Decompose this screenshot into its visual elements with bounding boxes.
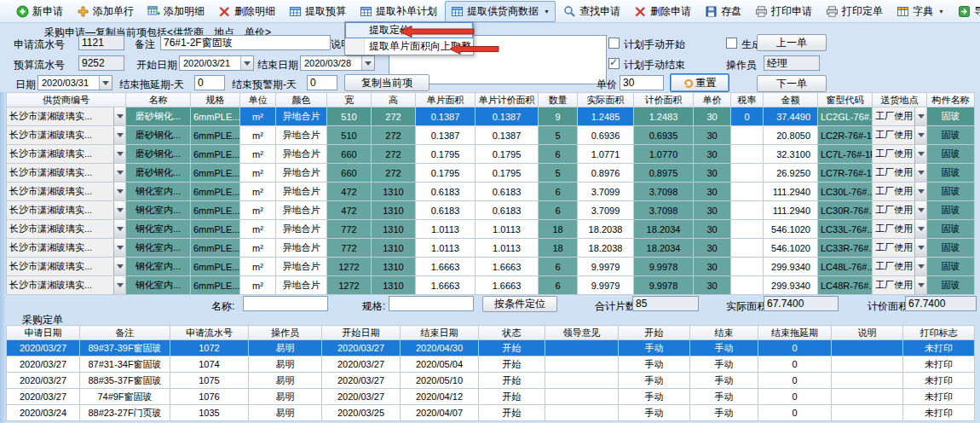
- previous-order-button[interactable]: 上一单: [757, 34, 827, 51]
- cell-combo[interactable]: 长沙市潇湘玻璃实...: [7, 164, 126, 183]
- chevron-down-icon[interactable]: [914, 126, 926, 144]
- chevron-down-icon[interactable]: [914, 145, 926, 163]
- cell-combo[interactable]: 长沙市潇湘玻璃实...: [7, 239, 126, 258]
- table-row[interactable]: 长沙市潇湘玻璃实...钢化室内...6mmPLE...m²异地合片4721310…: [7, 201, 975, 220]
- cell: 固玻: [927, 107, 975, 126]
- date-combo[interactable]: 2020/03/31: [37, 75, 112, 90]
- chevron-down-icon[interactable]: [914, 201, 926, 219]
- table-row[interactable]: 长沙市潇湘玻璃实...磨砂钢化...6mmPLE...m²异地合片6602720…: [7, 145, 975, 164]
- toolbar-button-7[interactable]: 提取供货商数据▼: [445, 1, 556, 22]
- copy-current-button[interactable]: 复制当前项: [344, 74, 429, 91]
- cell-combo[interactable]: 工厂使用: [873, 220, 927, 239]
- filter-name-input[interactable]: [243, 296, 328, 311]
- remark-input[interactable]: [160, 35, 331, 50]
- chevron-down-icon[interactable]: [113, 145, 125, 163]
- chevron-down-icon[interactable]: [914, 239, 926, 257]
- chevron-down-icon[interactable]: [240, 56, 253, 70]
- table-row[interactable]: 2020/03/2787#31-34F窗固玻1074易明2020/03/2720…: [7, 356, 975, 373]
- column-header: 状态: [479, 326, 545, 340]
- chevron-down-icon[interactable]: [113, 126, 125, 144]
- filter-spec-input[interactable]: [389, 296, 474, 311]
- chevron-down-icon[interactable]: [914, 276, 926, 294]
- toolbar-button-9[interactable]: 删除申请: [628, 1, 697, 22]
- cell-combo[interactable]: 工厂使用: [873, 258, 927, 276]
- table-row[interactable]: 2020/03/2789#37-39F窗固玻1072易明2020/03/2720…: [7, 340, 975, 356]
- column-header: 税率: [731, 93, 764, 107]
- chevron-down-icon[interactable]: [113, 164, 125, 182]
- unit-price-input[interactable]: [620, 75, 664, 90]
- generate-order-checkbox[interactable]: [726, 38, 737, 49]
- cell-combo[interactable]: 长沙市潇湘玻璃实...: [7, 220, 126, 239]
- chevron-down-icon[interactable]: ▼: [938, 9, 944, 14]
- toolbar-button-10[interactable]: 存盘: [699, 1, 747, 22]
- chevron-down-icon[interactable]: [113, 220, 125, 238]
- table-row[interactable]: 2020/03/2788#35-37F窗固玻1075易明2020/03/2720…: [7, 373, 975, 389]
- toolbar-button-4[interactable]: 删除明细: [212, 1, 281, 22]
- cell-combo[interactable]: 工厂使用: [873, 107, 927, 126]
- table-row[interactable]: 长沙市潇湘玻璃实...钢化室内...6mmPLE...m²异地合片1272131…: [7, 258, 975, 276]
- table-row[interactable]: 长沙市潇湘玻璃实...钢化室内...6mmPLE...m²异地合片7721310…: [7, 220, 975, 239]
- toolbar-button-6[interactable]: 提取补单计划: [354, 1, 443, 22]
- chevron-down-icon[interactable]: [113, 276, 125, 294]
- table-row[interactable]: 长沙市潇湘玻璃实...钢化室内...6mmPLE...m²异地合片1272131…: [7, 276, 975, 295]
- cell-combo[interactable]: 工厂使用: [873, 126, 927, 145]
- cell-combo[interactable]: 工厂使用: [873, 164, 927, 183]
- toolbar-button-14[interactable]: 导入数据: [952, 1, 980, 22]
- plan-manual-end-checkbox[interactable]: [608, 58, 620, 69]
- table-row[interactable]: 长沙市潇湘玻璃实...钢化室内...6mmPLE...m²异地合片7721310…: [7, 239, 975, 258]
- table-row[interactable]: 长沙市潇湘玻璃实...磨砂钢化...6mmPLE...m²异地合片5102720…: [7, 126, 975, 145]
- cell-combo[interactable]: 长沙市潇湘玻璃实...: [7, 183, 126, 201]
- budget-input[interactable]: [78, 55, 124, 71]
- toolbar-button-13[interactable]: 字典▼: [891, 1, 950, 22]
- table-row[interactable]: 2020/03/2774#9F窗固玻1076易明2020/03/272020/0…: [7, 389, 975, 405]
- chevron-down-icon[interactable]: [113, 239, 125, 257]
- warn-days-input[interactable]: [307, 75, 337, 90]
- cell-combo[interactable]: 工厂使用: [873, 183, 927, 201]
- reset-button[interactable]: 重置: [670, 73, 729, 92]
- serial-input[interactable]: [78, 35, 124, 50]
- chevron-down-icon[interactable]: [914, 220, 926, 238]
- cell-combo[interactable]: 长沙市潇湘玻璃实...: [7, 276, 126, 295]
- cell-combo[interactable]: 工厂使用: [873, 145, 927, 164]
- cell-combo[interactable]: 工厂使用: [873, 276, 927, 295]
- toolbar-button-11[interactable]: 打印申请: [749, 1, 818, 22]
- chevron-down-icon[interactable]: [113, 107, 125, 125]
- chevron-down-icon[interactable]: [914, 258, 926, 275]
- toolbar-button-2[interactable]: 添加单行: [71, 1, 140, 22]
- cell: 0: [758, 340, 832, 356]
- plan-manual-start-checkbox[interactable]: [608, 38, 620, 49]
- end-date-combo[interactable]: 2020/03/28: [300, 55, 375, 71]
- chevron-down-icon[interactable]: [914, 107, 926, 125]
- chevron-down-icon[interactable]: [914, 183, 926, 200]
- cell-combo[interactable]: 工厂使用: [873, 201, 927, 220]
- toolbar-button-8[interactable]: 查找申请: [557, 1, 626, 22]
- cell-combo[interactable]: 长沙市潇湘玻璃实...: [7, 145, 126, 164]
- chevron-down-icon[interactable]: [99, 76, 112, 90]
- chevron-down-icon[interactable]: [113, 183, 125, 200]
- toolbar-button-12[interactable]: 打印定单: [820, 1, 889, 22]
- chevron-down-icon[interactable]: [113, 201, 125, 219]
- chevron-down-icon[interactable]: [113, 258, 125, 275]
- table-row[interactable]: 长沙市潇湘玻璃实...磨砂钢化...6mmPLE...m²异地合片6602720…: [7, 164, 975, 183]
- cell-combo[interactable]: 长沙市潇湘玻璃实...: [7, 126, 126, 145]
- cell-combo[interactable]: 长沙市潇湘玻璃实...: [7, 201, 126, 220]
- cell-combo[interactable]: 长沙市潇湘玻璃实...: [7, 107, 126, 126]
- next-order-button[interactable]: 下一单: [757, 75, 827, 92]
- start-date-combo[interactable]: 2020/03/21: [179, 55, 254, 71]
- locate-by-condition-button[interactable]: 按条件定位: [482, 296, 557, 312]
- chevron-down-icon[interactable]: [914, 164, 926, 182]
- save-icon: [705, 5, 718, 18]
- table-row[interactable]: 长沙市潇湘玻璃实...磨砂钢化...6mmPLE...m²异地合片5102720…: [7, 107, 975, 126]
- table-row[interactable]: 2020/03/2488#23-27F门页玻1035易明2020/03/2520…: [7, 405, 975, 421]
- table-row[interactable]: 长沙市潇湘玻璃实...钢化室内...6mmPLE...m²异地合片4721310…: [7, 183, 975, 201]
- delay-days-input[interactable]: [194, 75, 225, 90]
- toolbar-button-1[interactable]: 新申请: [10, 1, 69, 22]
- cell-combo[interactable]: 长沙市潇湘玻璃实...: [7, 258, 126, 276]
- chevron-down-icon[interactable]: ▼: [544, 9, 550, 14]
- operator-input[interactable]: [764, 55, 820, 71]
- cell-combo[interactable]: 工厂使用: [873, 239, 927, 258]
- column-header: 开始: [619, 326, 690, 340]
- toolbar-button-5[interactable]: 提取预算: [283, 1, 352, 22]
- toolbar-button-3[interactable]: 添加明细: [141, 1, 210, 22]
- chevron-down-icon[interactable]: [361, 56, 374, 70]
